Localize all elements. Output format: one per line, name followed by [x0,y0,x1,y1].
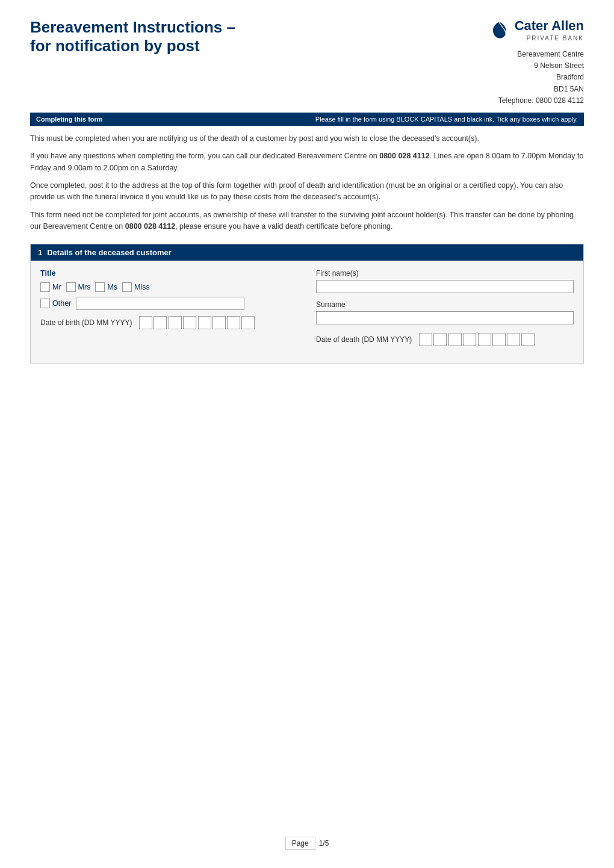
dod-day-group [419,333,447,346]
info-bar: Completing this form Please fill in the … [30,113,584,126]
firstname-input[interactable] [316,280,574,293]
address-block: Bereavement Centre 9 Nelson Street Bradf… [498,49,584,107]
body-para4-phone: 0800 028 4112 [125,222,175,231]
section-1-number: 1 [38,248,42,257]
checkbox-other[interactable]: Other [40,299,71,308]
dod-month-1[interactable] [448,333,462,346]
dod-year-group [478,333,535,346]
checkbox-mrs-box[interactable] [66,282,76,292]
dob-row: Date of birth (DD MM YYYY) [40,316,298,329]
dod-year-1[interactable] [478,333,491,346]
title-row: Title [40,269,298,277]
dob-year-3[interactable] [227,316,240,329]
checkbox-mr-label: Mr [52,283,61,291]
other-row: Other [40,297,298,310]
body-para2: If you have any questions when completin… [30,150,584,174]
title-label: Title [40,269,55,277]
dob-year-4[interactable] [241,316,255,329]
body-para1: This must be completed when you are noti… [30,133,584,144]
form-row-title-firstname: Title Mr Mrs Ms [40,269,574,346]
dob-label: Date of birth (DD MM YYYY) [40,318,132,327]
dob-day-1[interactable] [139,316,152,329]
info-bar-right: Please fill in the form using BLOCK CAPI… [315,116,578,123]
footer-page-num: 1/5 [319,839,329,848]
title-line2: for notification by post [30,37,200,55]
dod-row: Date of death (DD MM YYYY) [316,333,574,346]
dod-year-4[interactable] [521,333,535,346]
dob-year-2[interactable] [212,316,226,329]
address-line1: Bereavement Centre [498,49,584,60]
page: Bereavement Instructions – for notificat… [0,0,614,868]
checkbox-ms[interactable]: Ms [95,282,117,292]
dob-month-1[interactable] [169,316,182,329]
dob-day-2[interactable] [154,316,167,329]
checkbox-mr-box[interactable] [40,282,50,292]
firstname-field: First name(s) [316,269,574,293]
dob-input-boxes [139,316,255,329]
address-line3: Bradford [498,72,584,83]
logo-text: Cater Allen [515,18,584,34]
checkbox-mr[interactable]: Mr [40,282,61,292]
logo-area: Cater Allen PRIVATE BANK [488,18,584,42]
dob-day-group [139,316,167,329]
dod-year-2[interactable] [492,333,506,346]
dod-year-3[interactable] [507,333,520,346]
dod-label: Date of death (DD MM YYYY) [316,335,412,344]
dob-month-2[interactable] [183,316,196,329]
address-line5: Telephone: 0800 028 4112 [498,95,584,107]
section-1-title: Details of the deceased customer [47,248,172,257]
title-checkboxes-row: Mr Mrs Ms Miss [40,282,298,292]
info-bar-left: Completing this form [36,116,103,123]
checkbox-miss-box[interactable] [122,282,132,292]
section-1: 1 Details of the deceased customer Title… [30,244,584,364]
dob-month-group [169,316,196,329]
dod-field: Date of death (DD MM YYYY) [316,333,574,346]
firstname-label: First name(s) [316,269,574,277]
header: Bereavement Instructions – for notificat… [30,18,584,107]
footer-page-label: Page [292,839,309,848]
footer-page-box: Page [285,837,315,850]
section-1-body: Title Mr Mrs Ms [31,261,583,363]
checkbox-mrs-label: Mrs [78,283,91,291]
dob-year-group [198,316,255,329]
checkbox-mrs[interactable]: Mrs [66,282,91,292]
footer: Page 1/5 [0,837,614,850]
other-text-input[interactable] [76,297,244,310]
dod-day-2[interactable] [433,333,447,346]
dod-month-group [448,333,476,346]
form-col-right: First name(s) Surname Date of death (DD … [316,269,574,346]
section-1-header: 1 Details of the deceased customer [31,244,583,261]
checkbox-miss-label: Miss [134,283,150,291]
dod-day-1[interactable] [419,333,432,346]
dod-month-2[interactable] [463,333,476,346]
form-col-left: Title Mr Mrs Ms [40,269,298,346]
body-para2-phone: 0800 028 4112 [379,152,429,160]
body-para2-prefix: If you have any questions when completin… [30,152,379,160]
body-para4: This form need not be completed for join… [30,209,584,233]
surname-input[interactable] [316,311,574,324]
address-line4: BD1 5AN [498,84,584,95]
header-right: Cater Allen PRIVATE BANK Bereavement Cen… [427,18,584,107]
checkbox-ms-box[interactable] [95,282,105,292]
body-para4-suffix: , please ensure you have a valid death c… [175,222,392,231]
checkbox-miss[interactable]: Miss [122,282,150,292]
logo-icon [488,19,510,41]
other-label: Other [52,299,71,308]
dob-year-1[interactable] [198,316,211,329]
body-para3: Once completed, post it to the address a… [30,180,584,203]
header-title: Bereavement Instructions – for notificat… [30,18,427,55]
checkbox-ms-label: Ms [107,283,117,291]
surname-label: Surname [316,300,574,309]
title-line1: Bereavement Instructions – [30,18,235,36]
address-line2: 9 Nelson Street [498,60,584,72]
surname-field: Surname [316,300,574,324]
logo-subtitle: PRIVATE BANK [515,35,584,42]
dod-input-boxes [419,333,535,346]
checkbox-other-box[interactable] [40,299,50,308]
